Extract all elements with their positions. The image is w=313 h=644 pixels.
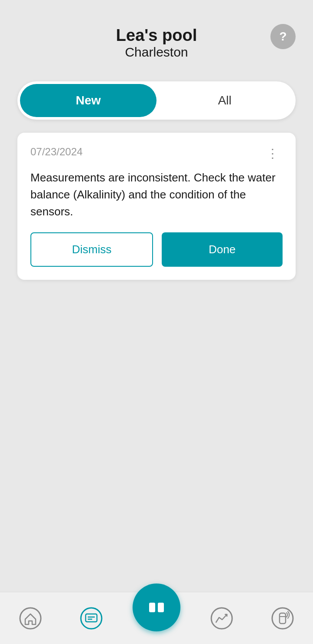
tab-new[interactable]: New [20,84,156,117]
svg-point-1 [81,608,102,629]
page-header: Lea's pool Charleston ? [0,0,313,73]
remote-icon [271,607,294,630]
svg-point-7 [211,608,232,629]
nav-item-home[interactable] [7,601,54,636]
nav-item-remote[interactable] [259,601,306,636]
svg-point-0 [20,608,41,629]
card-menu-button[interactable]: ⋮ [263,146,283,161]
analytics-icon [210,607,233,630]
home-icon [19,607,42,630]
messages-icon [80,607,103,630]
pool-name: Lea's pool [116,26,197,45]
header-title: Lea's pool Charleston [116,26,197,60]
svg-rect-6 [158,603,164,612]
fab-container [128,579,185,636]
scan-button[interactable] [133,584,180,631]
location-label: Charleston [116,45,197,60]
svg-rect-2 [86,614,97,622]
svg-point-8 [272,608,293,629]
nav-item-messages[interactable] [67,601,115,636]
card-message: Measurements are inconsistent. Check the… [30,169,283,220]
help-button[interactable]: ? [270,24,296,49]
bottom-nav [0,592,313,644]
card-date: 07/23/2024 [30,146,83,158]
tab-toggle: New All [17,81,296,120]
nav-item-analytics[interactable] [198,601,246,636]
svg-rect-9 [280,613,286,624]
alert-card: 07/23/2024 ⋮ Measurements are inconsiste… [17,133,296,280]
done-button[interactable]: Done [162,232,283,267]
scan-icon [146,597,167,618]
dismiss-button[interactable]: Dismiss [30,232,153,267]
card-header: 07/23/2024 ⋮ [30,146,283,161]
card-actions: Dismiss Done [30,232,283,267]
svg-rect-5 [149,603,155,612]
tab-all[interactable]: All [156,84,293,117]
